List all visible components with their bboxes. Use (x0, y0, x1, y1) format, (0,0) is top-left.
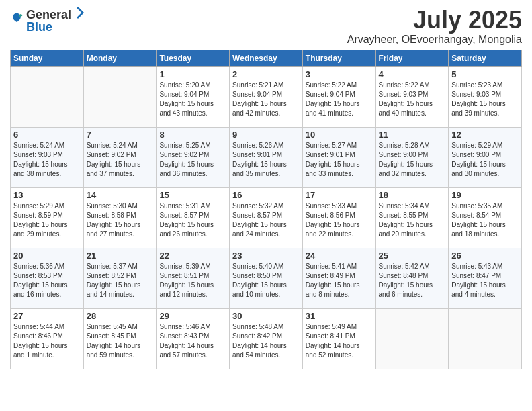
day-number: 2 (232, 69, 300, 79)
cell-info: Sunrise: 5:49 AM Sunset: 8:41 PM Dayligh… (306, 322, 373, 360)
calendar-col-header: Thursday (302, 50, 375, 66)
day-number: 1 (159, 69, 226, 79)
day-number: 12 (451, 130, 519, 140)
calendar-cell: 17Sunrise: 5:33 AM Sunset: 8:56 PM Dayli… (302, 187, 375, 248)
calendar-col-header: Sunday (11, 50, 84, 66)
day-number: 21 (87, 250, 154, 261)
calendar-week-row: 27Sunrise: 5:44 AM Sunset: 8:46 PM Dayli… (11, 308, 522, 369)
cell-info: Sunrise: 5:40 AM Sunset: 8:50 PM Dayligh… (232, 262, 300, 300)
cell-info: Sunrise: 5:28 AM Sunset: 9:00 PM Dayligh… (379, 141, 446, 179)
day-number: 17 (306, 190, 373, 200)
day-number: 24 (306, 250, 373, 261)
day-number: 5 (451, 69, 519, 79)
calendar-cell: 3Sunrise: 5:22 AM Sunset: 9:04 PM Daylig… (302, 66, 375, 127)
title-area: July 2025 Arvayheer, OEvoerhangay, Mongo… (347, 7, 522, 46)
calendar-week-row: 13Sunrise: 5:29 AM Sunset: 8:59 PM Dayli… (11, 187, 522, 248)
cell-info: Sunrise: 5:42 AM Sunset: 8:48 PM Dayligh… (379, 262, 446, 300)
calendar-cell: 5Sunrise: 5:23 AM Sunset: 9:03 PM Daylig… (449, 66, 522, 127)
calendar-cell: 7Sunrise: 5:24 AM Sunset: 9:02 PM Daylig… (83, 127, 157, 187)
day-number: 4 (379, 69, 446, 79)
calendar-col-header: Wednesday (230, 50, 303, 66)
day-number: 8 (159, 130, 226, 140)
cell-info: Sunrise: 5:33 AM Sunset: 8:56 PM Dayligh… (306, 201, 373, 239)
logo-arrow-icon (72, 7, 84, 19)
calendar-cell: 12Sunrise: 5:29 AM Sunset: 9:00 PM Dayli… (449, 127, 522, 187)
day-number: 25 (379, 250, 446, 261)
day-number: 13 (13, 190, 81, 200)
calendar-cell: 28Sunrise: 5:45 AM Sunset: 8:45 PM Dayli… (83, 308, 157, 369)
calendar-cell (83, 66, 157, 127)
logo-icon (10, 12, 24, 26)
cell-info: Sunrise: 5:22 AM Sunset: 9:04 PM Dayligh… (306, 81, 373, 118)
page-header: General Blue July 2025 Arvayheer, OEvoer… (10, 7, 522, 46)
day-number: 10 (306, 130, 373, 140)
cell-info: Sunrise: 5:20 AM Sunset: 9:04 PM Dayligh… (159, 81, 226, 118)
day-number: 20 (13, 250, 81, 261)
day-number: 28 (87, 311, 154, 321)
day-number: 15 (159, 190, 226, 200)
day-number: 18 (379, 190, 446, 200)
cell-info: Sunrise: 5:29 AM Sunset: 8:59 PM Dayligh… (13, 201, 81, 239)
calendar-cell: 8Sunrise: 5:25 AM Sunset: 9:02 PM Daylig… (157, 127, 230, 187)
day-number: 31 (306, 311, 373, 321)
calendar-cell: 22Sunrise: 5:39 AM Sunset: 8:51 PM Dayli… (157, 248, 230, 308)
cell-info: Sunrise: 5:46 AM Sunset: 8:43 PM Dayligh… (159, 322, 226, 360)
day-number: 30 (232, 311, 300, 321)
cell-info: Sunrise: 5:22 AM Sunset: 9:03 PM Dayligh… (379, 81, 446, 118)
location-subtitle: Arvayheer, OEvoerhangay, Mongolia (347, 34, 522, 46)
cell-info: Sunrise: 5:29 AM Sunset: 9:00 PM Dayligh… (451, 141, 519, 179)
cell-info: Sunrise: 5:32 AM Sunset: 8:57 PM Dayligh… (232, 201, 300, 239)
logo-blue: Blue (26, 20, 52, 34)
day-number: 26 (451, 250, 519, 261)
day-number: 3 (306, 69, 373, 79)
calendar-cell: 27Sunrise: 5:44 AM Sunset: 8:46 PM Dayli… (11, 308, 84, 369)
calendar-cell: 2Sunrise: 5:21 AM Sunset: 9:04 PM Daylig… (230, 66, 303, 127)
cell-info: Sunrise: 5:45 AM Sunset: 8:45 PM Dayligh… (87, 322, 154, 360)
calendar-cell: 10Sunrise: 5:27 AM Sunset: 9:01 PM Dayli… (302, 127, 375, 187)
calendar-cell: 11Sunrise: 5:28 AM Sunset: 9:00 PM Dayli… (375, 127, 449, 187)
day-number: 19 (451, 190, 519, 200)
day-number: 9 (232, 130, 300, 140)
day-number: 27 (13, 311, 81, 321)
cell-info: Sunrise: 5:24 AM Sunset: 9:03 PM Dayligh… (13, 141, 81, 179)
calendar-cell (375, 308, 449, 369)
calendar-cell (11, 66, 84, 127)
calendar-cell: 1Sunrise: 5:20 AM Sunset: 9:04 PM Daylig… (157, 66, 230, 127)
cell-info: Sunrise: 5:39 AM Sunset: 8:51 PM Dayligh… (159, 262, 226, 300)
calendar-cell: 18Sunrise: 5:34 AM Sunset: 8:55 PM Dayli… (375, 187, 449, 248)
calendar-col-header: Tuesday (157, 50, 230, 66)
calendar-cell: 24Sunrise: 5:41 AM Sunset: 8:49 PM Dayli… (302, 248, 375, 308)
calendar-cell: 31Sunrise: 5:49 AM Sunset: 8:41 PM Dayli… (302, 308, 375, 369)
cell-info: Sunrise: 5:25 AM Sunset: 9:02 PM Dayligh… (159, 141, 226, 179)
day-number: 7 (87, 130, 154, 140)
calendar-week-row: 20Sunrise: 5:36 AM Sunset: 8:53 PM Dayli… (11, 248, 522, 308)
day-number: 29 (159, 311, 226, 321)
calendar-cell: 15Sunrise: 5:31 AM Sunset: 8:57 PM Dayli… (157, 187, 230, 248)
logo: General Blue (10, 7, 84, 34)
cell-info: Sunrise: 5:30 AM Sunset: 8:58 PM Dayligh… (87, 201, 154, 239)
cell-info: Sunrise: 5:36 AM Sunset: 8:53 PM Dayligh… (13, 262, 81, 300)
calendar-col-header: Friday (375, 50, 449, 66)
calendar-cell: 21Sunrise: 5:37 AM Sunset: 8:52 PM Dayli… (83, 248, 157, 308)
calendar-cell: 14Sunrise: 5:30 AM Sunset: 8:58 PM Dayli… (83, 187, 157, 248)
calendar-week-row: 6Sunrise: 5:24 AM Sunset: 9:03 PM Daylig… (11, 127, 522, 187)
cell-info: Sunrise: 5:35 AM Sunset: 8:54 PM Dayligh… (451, 201, 519, 239)
cell-info: Sunrise: 5:21 AM Sunset: 9:04 PM Dayligh… (232, 81, 300, 118)
calendar-col-header: Monday (83, 50, 157, 66)
calendar-cell: 20Sunrise: 5:36 AM Sunset: 8:53 PM Dayli… (11, 248, 84, 308)
calendar-cell (449, 308, 522, 369)
calendar-body: 1Sunrise: 5:20 AM Sunset: 9:04 PM Daylig… (11, 66, 522, 369)
cell-info: Sunrise: 5:41 AM Sunset: 8:49 PM Dayligh… (306, 262, 373, 300)
day-number: 14 (87, 190, 154, 200)
calendar-cell: 25Sunrise: 5:42 AM Sunset: 8:48 PM Dayli… (375, 248, 449, 308)
calendar-cell: 30Sunrise: 5:48 AM Sunset: 8:42 PM Dayli… (230, 308, 303, 369)
cell-info: Sunrise: 5:23 AM Sunset: 9:03 PM Dayligh… (451, 81, 519, 118)
cell-info: Sunrise: 5:43 AM Sunset: 8:47 PM Dayligh… (451, 262, 519, 300)
calendar-cell: 19Sunrise: 5:35 AM Sunset: 8:54 PM Dayli… (449, 187, 522, 248)
calendar-table: SundayMondayTuesdayWednesdayThursdayFrid… (10, 50, 522, 369)
calendar-cell: 23Sunrise: 5:40 AM Sunset: 8:50 PM Dayli… (230, 248, 303, 308)
cell-info: Sunrise: 5:26 AM Sunset: 9:01 PM Dayligh… (232, 141, 300, 179)
calendar-cell: 29Sunrise: 5:46 AM Sunset: 8:43 PM Dayli… (157, 308, 230, 369)
day-number: 6 (13, 130, 81, 140)
calendar-cell: 26Sunrise: 5:43 AM Sunset: 8:47 PM Dayli… (449, 248, 522, 308)
